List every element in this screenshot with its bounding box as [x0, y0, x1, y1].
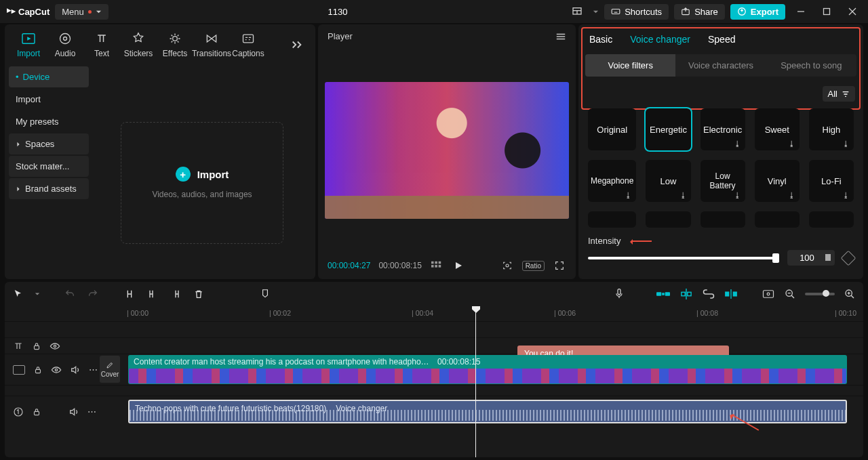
- snap-mode-2[interactable]: [679, 288, 694, 300]
- filter-lofi[interactable]: Lo-Fi⭳: [809, 160, 854, 202]
- zoom-out-icon[interactable]: [783, 287, 797, 301]
- lock-icon[interactable]: [33, 365, 43, 375]
- svg-rect-14: [243, 35, 254, 43]
- filter-low-battery[interactable]: Low Battery⭳: [701, 160, 745, 202]
- filter-electronic[interactable]: Electronic⭳: [701, 108, 745, 150]
- import-dropzone[interactable]: + Import Videos, audios, and images: [93, 91, 311, 275]
- ruler-tick: 00:00: [127, 309, 149, 317]
- tab-basic[interactable]: Basic: [589, 34, 612, 45]
- slider-knob[interactable]: [823, 290, 829, 297]
- tab-captions[interactable]: Captions: [230, 27, 267, 62]
- nav-stock-materials[interactable]: Stock mater...: [9, 156, 89, 177]
- nav-brand-assets[interactable]: Brand assets: [9, 178, 89, 199]
- svg-rect-7: [824, 9, 830, 15]
- filter-row-placeholder[interactable]: [809, 211, 854, 228]
- preview-toggle[interactable]: [762, 287, 775, 301]
- tab-audio[interactable]: Audio: [47, 27, 83, 62]
- eye-icon[interactable]: [51, 366, 62, 374]
- video-clip-header[interactable]: Content creator man host streaming his a…: [128, 355, 847, 369]
- snap-mode-1[interactable]: [656, 288, 671, 300]
- export-button[interactable]: Export: [730, 4, 785, 20]
- player-menu-icon[interactable]: [555, 32, 566, 41]
- undo-button[interactable]: [63, 287, 77, 301]
- filter-low[interactable]: Low⭳: [646, 160, 690, 202]
- filter-row-placeholder[interactable]: [588, 211, 636, 228]
- svg-rect-3: [612, 9, 620, 14]
- link-icon[interactable]: [702, 287, 715, 301]
- chevron-down-icon[interactable]: [35, 291, 40, 297]
- timeline[interactable]: 00:00 00:02 00:04 00:06 00:08 00:10 You …: [5, 306, 863, 457]
- keyframe-button[interactable]: [841, 250, 856, 266]
- filter-row-placeholder[interactable]: [755, 211, 800, 228]
- slider-knob[interactable]: [772, 253, 779, 263]
- ratio-button[interactable]: Ratio: [522, 261, 545, 271]
- video-clip[interactable]: [128, 369, 847, 384]
- svg-line-38: [791, 295, 794, 298]
- seg-voice-characters[interactable]: Voice characters: [675, 54, 766, 77]
- zoom-slider[interactable]: [805, 293, 835, 295]
- play-button[interactable]: [452, 259, 465, 272]
- nav-my-presets[interactable]: My presets: [9, 111, 89, 132]
- window-minimize[interactable]: [791, 1, 811, 22]
- shortcuts-button[interactable]: Shortcuts: [604, 4, 669, 20]
- filter-sweet[interactable]: Sweet⭳: [755, 108, 800, 150]
- seg-speech-to-song[interactable]: Speech to song: [766, 54, 856, 77]
- tab-voice-changer[interactable]: Voice changer: [630, 34, 690, 45]
- filter-original[interactable]: Original: [588, 108, 636, 150]
- delete-tool[interactable]: [192, 287, 205, 301]
- tab-speed[interactable]: Speed: [708, 34, 735, 45]
- captions-icon: [241, 31, 256, 46]
- eye-icon[interactable]: [50, 342, 60, 350]
- track-more-icon[interactable]: ⋯: [89, 364, 98, 375]
- share-button[interactable]: Share: [674, 4, 725, 20]
- seg-voice-filters[interactable]: Voice filters: [585, 54, 675, 77]
- filter-all-button[interactable]: All: [823, 86, 855, 102]
- filter-row-placeholder[interactable]: [701, 211, 745, 228]
- chevron-down-icon[interactable]: [593, 9, 599, 15]
- track-more-icon[interactable]: ⋯: [87, 406, 96, 417]
- filter-high[interactable]: High⭳: [809, 108, 854, 150]
- filter-energetic[interactable]: Energetic: [646, 108, 690, 150]
- tab-text[interactable]: Text: [83, 27, 120, 62]
- inspector-panel: Basic Voice changer Speed Voice filters …: [578, 24, 863, 279]
- window-maximize[interactable]: [816, 1, 837, 22]
- tab-transitions[interactable]: Transitions: [193, 27, 230, 62]
- scan-icon[interactable]: [500, 259, 514, 272]
- marker-tool[interactable]: [258, 287, 272, 301]
- fullscreen-icon[interactable]: [553, 259, 566, 272]
- trim-left-tool[interactable]: [146, 287, 159, 301]
- time-ruler[interactable]: 00:00 00:02 00:04 00:06 00:08 00:10: [123, 306, 863, 321]
- intensity-value[interactable]: 100: [787, 250, 835, 266]
- nav-import[interactable]: Import: [9, 89, 89, 110]
- nav-spaces[interactable]: Spaces: [9, 133, 89, 154]
- split-tool[interactable]: [123, 287, 136, 301]
- speaker-icon[interactable]: [68, 407, 79, 417]
- thumbnail-grid-icon[interactable]: [430, 259, 443, 272]
- filter-megaphone[interactable]: Megaphone⭳: [588, 160, 636, 202]
- speaker-icon[interactable]: [70, 365, 81, 375]
- menu-button[interactable]: Menu: [55, 4, 108, 20]
- tab-import[interactable]: Import: [10, 27, 47, 62]
- video-preview[interactable]: [325, 82, 569, 219]
- window-close[interactable]: [842, 1, 863, 22]
- nav-device[interactable]: • Device: [9, 66, 89, 87]
- intensity-slider[interactable]: [588, 257, 779, 259]
- filter-vinyl[interactable]: Vinyl⭳: [755, 160, 800, 202]
- snap-mode-3[interactable]: [724, 288, 738, 300]
- cover-button[interactable]: Cover: [100, 356, 120, 383]
- app-name: CapCut: [18, 7, 50, 17]
- filter-row-placeholder[interactable]: [646, 211, 690, 228]
- tab-stickers[interactable]: Stickers: [120, 27, 157, 62]
- zoom-in-icon[interactable]: [843, 287, 856, 301]
- redo-button[interactable]: [86, 287, 100, 301]
- mic-icon[interactable]: [612, 287, 626, 301]
- playhead[interactable]: [475, 306, 476, 457]
- tab-effects[interactable]: Effects: [157, 27, 193, 62]
- more-tabs-button[interactable]: [284, 40, 310, 49]
- trim-right-tool[interactable]: [169, 287, 182, 301]
- layout-icon[interactable]: [567, 1, 587, 22]
- download-icon: ⭳: [734, 140, 741, 148]
- cursor-tool[interactable]: [12, 287, 25, 301]
- lock-icon[interactable]: [32, 407, 41, 417]
- lock-icon[interactable]: [32, 341, 41, 351]
